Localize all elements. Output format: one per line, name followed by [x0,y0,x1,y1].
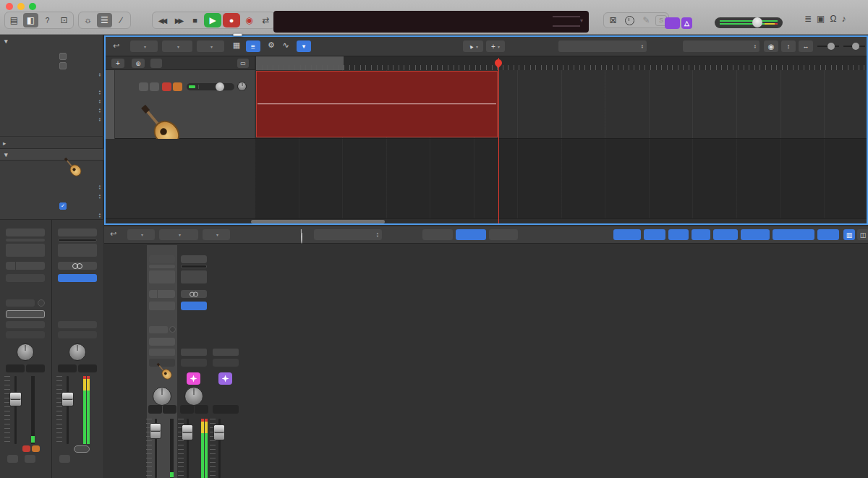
empty-lane-area[interactable] [255,139,867,218]
strip2-group-slot[interactable] [58,321,97,328]
region-row-gain[interactable] [0,124,103,132]
q-reference-checkbox[interactable]: ✓ [59,202,67,210]
track1-mute-button[interactable] [139,82,148,91]
stepper-icon[interactable]: ▴▾ [99,90,101,95]
minimize-window-button[interactable] [17,3,25,10]
hscrollbar-track[interactable] [106,218,867,223]
strip2-mute-button[interactable] [59,455,70,463]
power-icon[interactable] [301,230,302,244]
hscrollbar-thumb[interactable] [251,220,385,223]
filter-bus-button[interactable] [692,229,710,240]
metronome-button[interactable]: △ [681,17,692,29]
strip2-eq-button[interactable] [58,244,97,257]
library-icon[interactable]: ▤ [7,13,22,27]
track1-volume-slider[interactable] [187,83,234,90]
m3-automation-button[interactable] [213,359,239,367]
apple-loops-icon[interactable]: Ω [830,14,836,24]
strip2-setting-button[interactable] [58,229,97,236]
m2-automation-button[interactable] [181,359,207,367]
strip1-record-enable-button[interactable] [22,445,30,452]
region-row-qswing[interactable] [0,79,103,88]
waveform-zoom-icon[interactable]: ◉ [764,40,778,52]
stepper-icon[interactable]: ▴▾ [99,117,101,122]
vertical-zoom-slider[interactable] [817,40,839,52]
quick-help-icon[interactable]: ? [40,13,55,27]
m1-audiofx-slot[interactable] [149,302,175,310]
loop-checkbox[interactable] [59,62,67,69]
horizontal-zoom-slider[interactable] [843,40,865,52]
strip1-audiofx-slot[interactable] [6,274,45,282]
m2-level-value[interactable] [195,405,208,414]
capture-recording-icon[interactable]: ◉ [242,13,257,27]
stepper-icon[interactable]: ▴▾ [99,194,101,199]
snap-select[interactable]: ▴▾ [558,40,647,52]
strip1-sends-row[interactable] [6,299,45,307]
m1-output-button[interactable] [149,338,175,346]
filter-output-button[interactable] [741,229,770,240]
strip2-adlimit-plugin[interactable] [58,274,97,282]
region-row-flexfollow[interactable]: ▴▾ [0,115,103,124]
mixer-view-menu[interactable]: ▾ [203,229,230,240]
strip1-pan-value[interactable] [6,364,25,372]
track1-solo-button[interactable] [150,82,159,91]
strip1-group-slot[interactable] [6,321,45,328]
mono-icon[interactable] [6,262,15,270]
m1-send-knob[interactable] [169,326,176,333]
m1-pan-value[interactable] [148,405,162,414]
strip2-pan-value[interactable] [58,364,77,372]
region-row-mute[interactable] [0,52,103,61]
m1-pan-knob[interactable] [153,387,171,406]
vertical-zoom-icon[interactable]: ↕ [781,40,796,52]
stepper-icon[interactable]: ▴▾ [99,213,101,218]
strip1-solo-button[interactable] [25,455,35,463]
zoom-window-button[interactable] [29,3,36,10]
m3-group-slot[interactable] [213,349,239,356]
pencil-icon[interactable]: ✎ [639,14,654,27]
drag-select[interactable]: ▴▾ [683,40,760,52]
region-inspector-header[interactable]: ▾ [4,38,8,45]
strip1-level-value[interactable] [26,364,45,372]
master-volume-slider[interactable] [715,17,783,28]
strip2-level-value[interactable] [78,364,97,372]
close-window-button[interactable] [6,3,13,10]
master-volume-knob[interactable] [752,17,762,27]
record-button[interactable]: ● [223,13,240,27]
track-inspector-header[interactable]: ▾ [0,148,103,161]
list-editors-icon[interactable]: ≣ [804,14,812,24]
mixer-tab-all[interactable] [489,229,518,240]
track-row-icon[interactable] [0,163,103,182]
stop-button[interactable]: ■ [187,13,203,27]
m3-fader[interactable] [213,424,225,440]
track1-header[interactable] [106,70,255,139]
strip2-stereo-input-button[interactable] [58,262,97,270]
filter-aux-button[interactable] [668,229,689,240]
replace-icon[interactable] [622,14,637,27]
track-row-qreference[interactable]: ✓ [0,201,103,210]
strip1-input-button[interactable] [6,262,45,270]
track1-lane[interactable] [255,70,867,139]
filter-input-button[interactable] [713,229,738,240]
grid-icon[interactable]: ▦ [230,40,243,52]
automation-icon[interactable]: ≡ [246,40,260,52]
stepper-icon[interactable]: ▴▾ [99,99,101,104]
back-arrow-icon[interactable]: ↩ [110,229,116,239]
mixer-toggle-icon[interactable]: ☰ [97,13,112,27]
tool-wrench-icon[interactable]: ⚙ [265,40,278,52]
m2-fader[interactable] [182,424,193,440]
stepper-icon[interactable]: ▴▾ [99,108,101,113]
inspector-icon[interactable]: ◧ [23,13,38,27]
m2-eq-slot[interactable] [181,270,207,283]
playhead-line[interactable] [498,58,499,223]
mute-checkbox[interactable] [59,53,67,60]
add-track-button[interactable]: + [111,59,124,68]
count-in-button[interactable] [665,17,680,29]
region-row-finetune[interactable]: ▴▾ [0,97,103,106]
lcd-mode-chevron-icon[interactable]: ▾ [580,17,583,24]
m1-input-button[interactable] [149,290,175,298]
strip1-automation-button[interactable] [6,331,45,338]
mixer-edit-menu[interactable]: ▾ [127,229,155,240]
horizontal-zoom-icon[interactable]: ↔ [799,40,813,52]
m2-group-slot[interactable] [181,349,207,356]
narrow-view-icon[interactable]: ▥ [843,229,855,240]
mixer-options-menu[interactable]: ▾ [159,229,198,240]
